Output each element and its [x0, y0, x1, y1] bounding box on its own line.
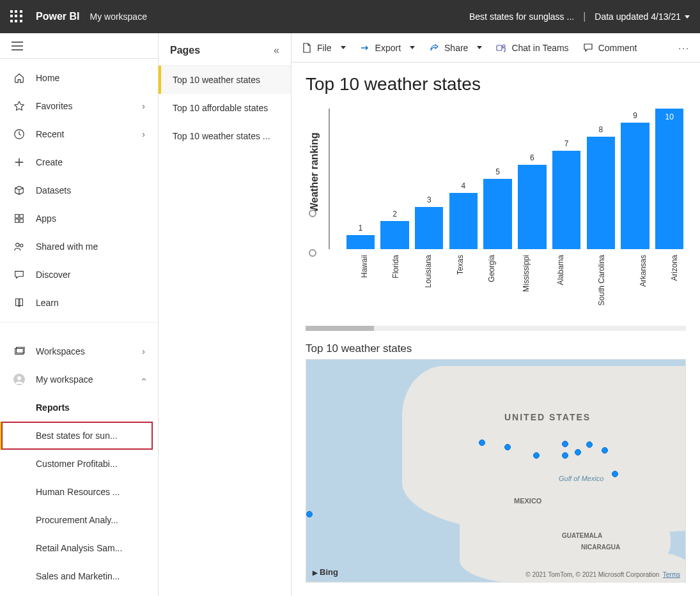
grid-icon — [13, 212, 26, 225]
brand-label: Power BI — [36, 11, 79, 22]
nav-datasets[interactable]: Datasets — [0, 176, 158, 204]
bar-value-label: 1 — [359, 224, 363, 233]
chevron-right-icon: › — [142, 129, 145, 139]
map-attribution: © 2021 TomTom, © 2021 Microsoft Corporat… — [525, 571, 680, 578]
nav-my-workspace[interactable]: My workspace › — [0, 365, 158, 394]
collapse-icon[interactable]: « — [274, 45, 279, 56]
share-button[interactable]: Share — [428, 40, 483, 56]
svg-rect-3 — [15, 219, 19, 222]
comment-button[interactable]: Comment — [582, 40, 639, 56]
nav-label: Apps — [36, 213, 56, 224]
map-label-guatemala: GUATEMALA — [562, 532, 602, 539]
breadcrumb[interactable]: Best states for sunglass ... — [469, 11, 574, 22]
chevron-right-icon: › — [142, 346, 145, 356]
comment-label: Comment — [598, 43, 637, 53]
nav-label: Recent — [36, 129, 64, 139]
map-dot — [504, 444, 511, 450]
report-area: File Export Share Chat in Teams Comment … — [292, 33, 700, 596]
comment-icon — [583, 43, 593, 53]
nav-favorites[interactable]: Favorites › — [0, 92, 158, 120]
chart-scrollbar[interactable] — [306, 326, 686, 331]
bar-georgia[interactable]: 5 — [481, 109, 515, 249]
nav-workspaces[interactable]: Workspaces › — [0, 337, 158, 365]
report-item-sales[interactable]: Sales and Marketin... — [0, 562, 158, 590]
map-dot — [612, 471, 618, 477]
x-tick-label: Mississippi — [522, 255, 531, 292]
nav-label: Discover — [36, 270, 70, 280]
bar-arkansas[interactable]: 9 — [619, 109, 652, 249]
chat-label: Chat in Teams — [511, 43, 568, 53]
bar-mississippi[interactable]: 6 — [516, 109, 549, 249]
nav-label: Create — [36, 157, 63, 167]
x-tick-label: Alabama — [556, 255, 565, 285]
page-item-affordable[interactable]: Top 10 affordable states — [159, 94, 291, 122]
slider-thumb-top[interactable] — [309, 210, 316, 217]
star-icon — [13, 100, 26, 112]
map-attr-text: © 2021 TomTom, © 2021 Microsoft Corporat… — [525, 571, 659, 578]
report-item-best-states[interactable]: Best states for sun... — [0, 422, 158, 450]
more-button[interactable]: ··· — [677, 40, 691, 56]
report-toolbar: File Export Share Chat in Teams Comment … — [292, 33, 700, 63]
chat-teams-button[interactable]: Chat in Teams — [495, 40, 570, 56]
file-icon — [302, 43, 312, 53]
clock-icon — [13, 128, 26, 141]
report-item-retail[interactable]: Retail Analysis Sam... — [0, 534, 158, 562]
x-tick-label: Georgia — [487, 255, 496, 282]
nav-apps[interactable]: Apps — [0, 204, 158, 233]
home-icon — [13, 72, 26, 84]
map-dot — [562, 441, 568, 447]
report-item-procurement[interactable]: Procurement Analy... — [0, 506, 158, 534]
map-terms-link[interactable]: Terms — [663, 571, 680, 578]
bar-value-label: 2 — [393, 210, 397, 218]
bar-florida[interactable]: 2 — [378, 109, 412, 249]
bar-arizona[interactable]: 10 — [653, 109, 686, 249]
y-axis-label: Weather ranking — [309, 132, 320, 212]
svg-point-12 — [502, 45, 505, 47]
top-header: Power BI My workspace Best states for su… — [0, 0, 700, 33]
page-item-weather2[interactable]: Top 10 weather states ... — [159, 122, 291, 150]
file-button[interactable]: File — [300, 40, 347, 56]
nav-recent[interactable]: Recent › — [0, 120, 158, 148]
nav-learn[interactable]: Learn — [0, 289, 158, 317]
data-updated-button[interactable]: Data updated 4/13/21 — [595, 11, 690, 22]
x-tick-label: South Carolina — [597, 255, 606, 305]
workspace-name-label[interactable]: My workspace — [89, 11, 469, 22]
map-visual[interactable]: UNITED STATES MEXICO Gulf of Mexico GUAT… — [306, 359, 686, 583]
report-title: Top 10 weather states — [306, 74, 686, 95]
bar-chart[interactable]: Weather ranking 12345678910 HawaiiFlorid… — [306, 102, 686, 319]
nav-create[interactable]: Create — [0, 148, 158, 176]
x-tick-label: Louisiana — [423, 255, 432, 287]
nav-toggle-button[interactable] — [0, 33, 158, 59]
slider-track[interactable] — [329, 109, 330, 249]
hamburger-icon — [12, 42, 23, 50]
reports-heading: Reports — [0, 394, 158, 422]
nav-label: Shared with me — [36, 241, 98, 252]
share-label: Share — [444, 43, 468, 53]
export-button[interactable]: Export — [359, 40, 416, 56]
chevron-right-icon: › — [142, 101, 145, 111]
report-label: Retail Analysis Sam... — [36, 543, 122, 553]
nav-label: Learn — [36, 298, 59, 308]
app-launcher-icon[interactable] — [10, 10, 23, 23]
page-label: Top 10 weather states — [173, 75, 260, 85]
report-item-hr[interactable]: Human Resources ... — [0, 478, 158, 506]
reports-heading-label: Reports — [36, 402, 70, 413]
bar-louisiana[interactable]: 3 — [412, 109, 446, 249]
bar-hawaii[interactable]: 1 — [344, 109, 377, 249]
share-icon — [429, 43, 439, 53]
chevron-up-icon: › — [139, 378, 149, 381]
page-item-weather[interactable]: Top 10 weather states — [159, 66, 291, 94]
nav-shared[interactable]: Shared with me — [0, 233, 158, 261]
nav-discover[interactable]: Discover — [0, 261, 158, 289]
nav-label: Favorites — [36, 101, 73, 111]
bar-south-carolina[interactable]: 8 — [584, 109, 618, 249]
nav-home[interactable]: Home — [0, 64, 158, 92]
map-dot — [533, 452, 540, 459]
bar-texas[interactable]: 4 — [447, 109, 480, 249]
x-tick-label: Hawaii — [360, 255, 369, 278]
map-label-mexico: MEXICO — [514, 497, 541, 505]
cube-icon — [13, 184, 26, 197]
slider-thumb-bottom[interactable] — [309, 249, 316, 257]
bar-alabama[interactable]: 7 — [550, 109, 583, 249]
report-item-customer[interactable]: Customer Profitabi... — [0, 450, 158, 478]
